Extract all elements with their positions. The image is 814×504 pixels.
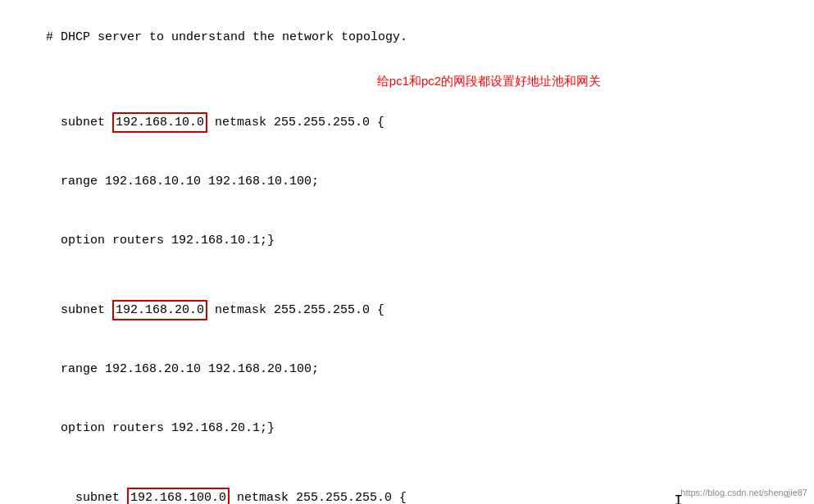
routers-text-1: option routers 192.168.10.1;} xyxy=(61,234,275,247)
routers-line-1: option routers 192.168.10.1;} xyxy=(16,211,798,270)
subnet-line-1: subnet 192.168.10.0 netmask 255.255.255.… xyxy=(16,93,798,152)
subnet-ip-box-2: 192.168.20.0 xyxy=(112,300,207,320)
range-text-2: range 192.168.20.10 192.168.20.100; xyxy=(61,362,319,376)
routers-text-2: option routers 192.168.20.1;} xyxy=(61,421,275,435)
code-container: # DHCP server to understand the network … xyxy=(0,0,814,504)
subnet-block-2: subnet 192.168.20.0 netmask 255.255.255.… xyxy=(16,280,798,458)
subnet-suffix-3: netmask 255.255.255.0 { xyxy=(230,491,407,504)
range-text-1: range 192.168.10.10 192.168.10.100; xyxy=(61,175,319,188)
range-line-1: range 192.168.10.10 192.168.10.100; xyxy=(16,152,798,211)
range-line-2: range 192.168.20.10 192.168.20.100; xyxy=(16,340,798,399)
annotation-1-text: 给pc1和pc2的网段都设置好地址池和网关 xyxy=(377,74,601,88)
top-comment-line: # DHCP server to understand the network … xyxy=(16,8,798,67)
subnet-ip-box-1: 192.168.10.0 xyxy=(112,112,207,133)
subnet-suffix-1: netmask 255.255.255.0 { xyxy=(207,116,384,129)
routers-line-2: option routers 192.168.20.1;} xyxy=(16,399,798,458)
subnet-ip-box-3: 192.168.100.0 xyxy=(127,488,230,504)
annotation-1: 给pc1和pc2的网段都设置好地址池和网关 xyxy=(180,74,798,89)
subnet-keyword-3: subnet xyxy=(75,491,127,504)
watermark: https://blog.csdn.net/shengjie87 xyxy=(680,488,807,497)
subnet-keyword-2: subnet xyxy=(61,303,112,317)
top-comment-text: # DHCP server to understand the network … xyxy=(46,30,407,44)
subnet-block-1: subnet 192.168.10.0 netmask 255.255.255.… xyxy=(16,93,798,270)
subnet-keyword-1: subnet xyxy=(61,116,112,129)
subnet-line-2: subnet 192.168.20.0 netmask 255.255.255.… xyxy=(16,280,798,340)
subnet-suffix-2: netmask 255.255.255.0 { xyxy=(207,303,384,317)
